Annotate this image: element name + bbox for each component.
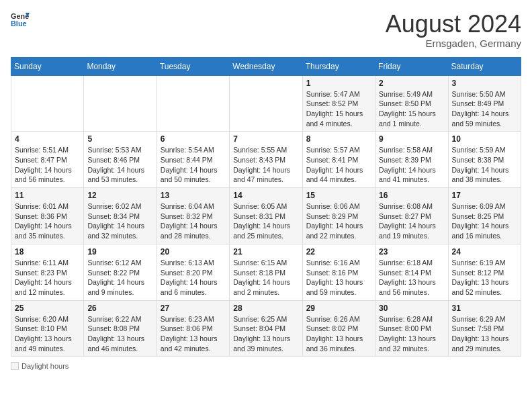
calendar-cell: 28Sunrise: 6:25 AM Sunset: 8:04 PM Dayli… (230, 300, 302, 357)
day-number: 7 (233, 134, 298, 144)
calendar-cell: 2Sunrise: 5:49 AM Sunset: 8:50 PM Daylig… (375, 75, 448, 132)
day-info: Sunrise: 6:16 AM Sunset: 8:16 PM Dayligh… (306, 258, 371, 298)
day-info: Sunrise: 5:58 AM Sunset: 8:39 PM Dayligh… (379, 145, 444, 185)
day-number: 14 (233, 191, 298, 200)
calendar-cell: 11Sunrise: 6:01 AM Sunset: 8:36 PM Dayli… (11, 188, 84, 244)
day-number: 4 (15, 134, 80, 144)
calendar-cell (11, 75, 84, 132)
calendar-cell: 25Sunrise: 6:20 AM Sunset: 8:10 PM Dayli… (11, 300, 84, 357)
footer-daylight: Daylight hours (11, 362, 69, 370)
day-info: Sunrise: 6:15 AM Sunset: 8:18 PM Dayligh… (233, 258, 298, 298)
day-header-wednesday: Wednesday (230, 57, 302, 75)
day-number: 11 (15, 191, 80, 200)
logo: General Blue (11, 11, 30, 30)
footer: Daylight hours (11, 362, 521, 370)
calendar-cell: 3Sunrise: 5:50 AM Sunset: 8:49 PM Daylig… (448, 75, 521, 132)
calendar-cell: 9Sunrise: 5:58 AM Sunset: 8:39 PM Daylig… (375, 132, 448, 188)
calendar-cell: 5Sunrise: 5:53 AM Sunset: 8:46 PM Daylig… (84, 132, 157, 188)
day-number: 27 (161, 304, 226, 313)
day-number: 26 (87, 304, 152, 313)
header-row: SundayMondayTuesdayWednesdayThursdayFrid… (11, 57, 521, 75)
day-header-friday: Friday (375, 57, 448, 75)
day-info: Sunrise: 6:08 AM Sunset: 8:27 PM Dayligh… (379, 201, 444, 241)
day-number: 31 (452, 304, 517, 313)
day-info: Sunrise: 6:18 AM Sunset: 8:14 PM Dayligh… (379, 258, 444, 298)
day-header-tuesday: Tuesday (157, 57, 229, 75)
calendar-cell: 19Sunrise: 6:12 AM Sunset: 8:22 PM Dayli… (84, 244, 157, 300)
day-info: Sunrise: 5:59 AM Sunset: 8:38 PM Dayligh… (452, 145, 517, 185)
day-header-sunday: Sunday (11, 57, 84, 75)
calendar-table: SundayMondayTuesdayWednesdayThursdayFrid… (11, 57, 521, 357)
day-number: 29 (306, 304, 371, 313)
day-number: 17 (452, 191, 517, 200)
week-row-1: 1Sunrise: 5:47 AM Sunset: 8:52 PM Daylig… (11, 75, 521, 132)
calendar-cell: 1Sunrise: 5:47 AM Sunset: 8:52 PM Daylig… (302, 75, 375, 132)
calendar-cell: 24Sunrise: 6:19 AM Sunset: 8:12 PM Dayli… (448, 244, 521, 300)
day-info: Sunrise: 6:01 AM Sunset: 8:36 PM Dayligh… (15, 201, 80, 241)
footer-box (11, 362, 19, 370)
day-number: 3 (452, 79, 517, 88)
day-header-monday: Monday (84, 57, 157, 75)
day-info: Sunrise: 6:11 AM Sunset: 8:23 PM Dayligh… (15, 258, 80, 298)
day-info: Sunrise: 5:54 AM Sunset: 8:44 PM Dayligh… (161, 145, 226, 185)
day-info: Sunrise: 6:23 AM Sunset: 8:06 PM Dayligh… (161, 314, 226, 354)
day-info: Sunrise: 6:06 AM Sunset: 8:29 PM Dayligh… (306, 201, 371, 241)
day-info: Sunrise: 5:55 AM Sunset: 8:43 PM Dayligh… (233, 145, 298, 185)
calendar-cell: 18Sunrise: 6:11 AM Sunset: 8:23 PM Dayli… (11, 244, 84, 300)
day-number: 15 (306, 191, 371, 200)
day-info: Sunrise: 6:13 AM Sunset: 8:20 PM Dayligh… (161, 258, 226, 298)
day-info: Sunrise: 6:19 AM Sunset: 8:12 PM Dayligh… (452, 258, 517, 298)
calendar-cell: 12Sunrise: 6:02 AM Sunset: 8:34 PM Dayli… (84, 188, 157, 244)
day-info: Sunrise: 5:57 AM Sunset: 8:41 PM Dayligh… (306, 145, 371, 185)
calendar-cell: 17Sunrise: 6:09 AM Sunset: 8:25 PM Dayli… (448, 188, 521, 244)
title-area: August 2024 Ernsgaden, Germany (386, 11, 521, 49)
week-row-3: 11Sunrise: 6:01 AM Sunset: 8:36 PM Dayli… (11, 188, 521, 244)
calendar-cell: 14Sunrise: 6:05 AM Sunset: 8:31 PM Dayli… (230, 188, 302, 244)
day-number: 25 (15, 304, 80, 313)
month-year: August 2024 (386, 11, 521, 38)
calendar-cell: 13Sunrise: 6:04 AM Sunset: 8:32 PM Dayli… (157, 188, 229, 244)
day-info: Sunrise: 5:49 AM Sunset: 8:50 PM Dayligh… (379, 89, 444, 129)
calendar-cell: 30Sunrise: 6:28 AM Sunset: 8:00 PM Dayli… (375, 300, 448, 357)
day-number: 18 (15, 247, 80, 257)
day-number: 20 (161, 247, 226, 257)
day-info: Sunrise: 6:29 AM Sunset: 7:58 PM Dayligh… (452, 314, 517, 354)
day-info: Sunrise: 6:05 AM Sunset: 8:31 PM Dayligh… (233, 201, 298, 241)
day-info: Sunrise: 6:09 AM Sunset: 8:25 PM Dayligh… (452, 201, 517, 241)
calendar-cell: 26Sunrise: 6:22 AM Sunset: 8:08 PM Dayli… (84, 300, 157, 357)
day-number: 21 (233, 247, 298, 257)
day-info: Sunrise: 6:12 AM Sunset: 8:22 PM Dayligh… (87, 258, 152, 298)
day-header-saturday: Saturday (448, 57, 521, 75)
calendar-cell (157, 75, 229, 132)
day-info: Sunrise: 6:02 AM Sunset: 8:34 PM Dayligh… (87, 201, 152, 241)
calendar-cell: 16Sunrise: 6:08 AM Sunset: 8:27 PM Dayli… (375, 188, 448, 244)
calendar-cell: 7Sunrise: 5:55 AM Sunset: 8:43 PM Daylig… (230, 132, 302, 188)
calendar-cell: 15Sunrise: 6:06 AM Sunset: 8:29 PM Dayli… (302, 188, 375, 244)
day-number: 6 (161, 134, 226, 144)
day-info: Sunrise: 5:50 AM Sunset: 8:49 PM Dayligh… (452, 89, 517, 129)
day-number: 5 (87, 134, 152, 144)
day-number: 10 (452, 134, 517, 144)
day-number: 2 (379, 79, 444, 88)
logo-icon: General Blue (11, 11, 30, 30)
day-number: 1 (306, 79, 371, 88)
day-number: 13 (161, 191, 226, 200)
day-info: Sunrise: 6:22 AM Sunset: 8:08 PM Dayligh… (87, 314, 152, 354)
day-info: Sunrise: 5:53 AM Sunset: 8:46 PM Dayligh… (87, 145, 152, 185)
day-number: 24 (452, 247, 517, 257)
week-row-4: 18Sunrise: 6:11 AM Sunset: 8:23 PM Dayli… (11, 244, 521, 300)
calendar-cell: 20Sunrise: 6:13 AM Sunset: 8:20 PM Dayli… (157, 244, 229, 300)
calendar-cell: 31Sunrise: 6:29 AM Sunset: 7:58 PM Dayli… (448, 300, 521, 357)
day-info: Sunrise: 5:47 AM Sunset: 8:52 PM Dayligh… (306, 89, 371, 129)
calendar-cell (84, 75, 157, 132)
week-row-2: 4Sunrise: 5:51 AM Sunset: 8:47 PM Daylig… (11, 132, 521, 188)
day-number: 19 (87, 247, 152, 257)
day-info: Sunrise: 6:04 AM Sunset: 8:32 PM Dayligh… (161, 201, 226, 241)
day-info: Sunrise: 6:26 AM Sunset: 8:02 PM Dayligh… (306, 314, 371, 354)
day-info: Sunrise: 6:25 AM Sunset: 8:04 PM Dayligh… (233, 314, 298, 354)
day-number: 23 (379, 247, 444, 257)
calendar-cell: 8Sunrise: 5:57 AM Sunset: 8:41 PM Daylig… (302, 132, 375, 188)
day-number: 16 (379, 191, 444, 200)
calendar-cell: 4Sunrise: 5:51 AM Sunset: 8:47 PM Daylig… (11, 132, 84, 188)
calendar-cell: 21Sunrise: 6:15 AM Sunset: 8:18 PM Dayli… (230, 244, 302, 300)
